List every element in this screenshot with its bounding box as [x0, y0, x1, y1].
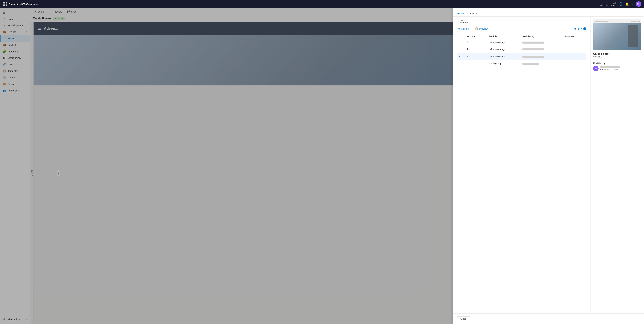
table-row[interactable]: 0 47 days ago	[457, 60, 586, 67]
row-check-2	[457, 46, 465, 53]
target-section: ⊙ Target Default	[457, 19, 586, 24]
sort-arrow: ↓	[476, 35, 477, 37]
target-radio-icon: ⊙	[457, 20, 459, 23]
preview-action-icon: 📋	[475, 27, 478, 30]
site-info: Site adventure works	[600, 2, 616, 6]
row-check-1: ✔	[457, 53, 465, 60]
preview-thumb-banner	[593, 19, 641, 23]
col-modified-by: Modified by	[520, 34, 563, 39]
nav-placeholder2	[600, 20, 604, 22]
row-version-3: 3	[465, 39, 487, 46]
filter-sort-icons: ⚗ ↕ ∨ i	[574, 27, 586, 30]
version-table: Version ↓ Modified Modified by Comment	[457, 34, 586, 67]
preview-info: Caleb Foster Version 1	[593, 52, 641, 58]
sort-down-icon[interactable]: ∨	[580, 28, 582, 30]
row-modified-1: 34 minutes ago	[487, 53, 520, 60]
modified-by-row: N 6/15/2022, 2:07 PM	[593, 66, 641, 71]
preview-action-button[interactable]: 📋 Preview	[474, 26, 489, 31]
row-comment-1	[563, 53, 586, 60]
modified-by-placeholder	[522, 48, 544, 50]
modified-by-placeholder	[522, 41, 544, 43]
col-modified: Modified	[487, 34, 520, 39]
tab-version[interactable]: Version	[457, 11, 466, 16]
nav-right2	[634, 20, 638, 22]
preview-page-name: Caleb Foster	[593, 52, 641, 55]
top-nav-right: Site adventure works 🌐 🔔 ? NH	[600, 1, 641, 7]
modal-overlay: Version history × Version Activity ⊙ Tar…	[0, 0, 644, 324]
modifier-date: 6/15/2022, 2:07 PM	[600, 68, 620, 71]
nav-placeholder	[595, 20, 600, 22]
preview-thumbnail	[593, 19, 641, 50]
row-version-2: 2	[465, 46, 487, 53]
nav-right1	[631, 20, 634, 22]
row-version-1: 1	[465, 53, 487, 60]
modal-sidebar: Caleb Foster Version 1 Modified by N 6/1…	[590, 16, 644, 314]
help-icon[interactable]: ?	[632, 2, 633, 6]
row-modified-by-1	[520, 53, 563, 60]
modified-by-label: Modified by	[593, 62, 641, 64]
col-comment: Comment	[563, 34, 586, 39]
filter-icon[interactable]: ⚗	[574, 27, 576, 30]
user-avatar[interactable]: NH	[636, 1, 641, 7]
version-history-modal: Version history × Version Activity ⊙ Tar…	[453, 0, 644, 324]
modal-spacer	[0, 0, 453, 324]
site-name: adventure works	[600, 4, 616, 6]
col-version[interactable]: Version ↓	[465, 34, 487, 39]
row-modified-by-2	[520, 46, 563, 53]
table-row[interactable]: 3 33 minutes ago	[457, 39, 586, 46]
row-comment-0	[563, 60, 586, 67]
modal-main: ⊙ Target Default ↺ Restore 📋 Preview	[453, 16, 590, 314]
nav-right3	[638, 20, 640, 22]
person-silhouette	[628, 25, 638, 47]
top-nav: Dynamics 365 Commerce Site adventure wor…	[0, 0, 644, 8]
modal-footer: Close	[453, 314, 644, 324]
modal-actions: ↺ Restore 📋 Preview ⚗ ↕ ∨ i	[457, 26, 586, 31]
table-row[interactable]: 2 34 minutes ago	[457, 46, 586, 53]
row-version-0: 0	[465, 60, 487, 67]
notification-icon[interactable]: 🔔	[625, 2, 629, 6]
preview-version: Version 1	[593, 55, 641, 58]
row-check-0	[457, 60, 465, 67]
site-label: Site	[613, 2, 616, 4]
sort-icon[interactable]: ↕	[578, 27, 579, 30]
row-comment-2	[563, 46, 586, 53]
row-modified-2: 34 minutes ago	[487, 46, 520, 53]
row-comment-3	[563, 39, 586, 46]
tab-activity[interactable]: Activity	[470, 11, 477, 16]
table-row-selected[interactable]: ✔ 1 34 minutes ago	[457, 53, 586, 60]
modified-by-placeholder	[522, 63, 539, 65]
col-check	[457, 34, 465, 39]
restore-icon: ↺	[458, 27, 460, 30]
apps-grid-icon[interactable]	[3, 2, 7, 6]
modifier-avatar: N	[593, 66, 598, 71]
target-info: Target Default	[460, 19, 468, 24]
modal-tabs: Version Activity	[453, 11, 644, 16]
row-modified-by-3	[520, 39, 563, 46]
nav-placeholder3	[604, 20, 608, 22]
restore-button[interactable]: ↺ Restore	[457, 26, 471, 31]
row-modified-by-0	[520, 60, 563, 67]
info-icon[interactable]: i	[583, 27, 586, 30]
modifier-name-placeholder	[600, 66, 620, 68]
row-check-3	[457, 39, 465, 46]
app-title: Dynamics 365 Commerce	[9, 3, 598, 5]
close-button[interactable]: Close	[457, 316, 470, 321]
modal-body: ⊙ Target Default ↺ Restore 📋 Preview	[453, 16, 644, 314]
modified-by-placeholder	[522, 56, 544, 58]
target-label: Target	[460, 19, 468, 21]
preview-thumb-image	[593, 23, 641, 50]
globe-icon[interactable]: 🌐	[619, 2, 622, 6]
row-modified-0: 47 days ago	[487, 60, 520, 67]
row-modified-3: 33 minutes ago	[487, 39, 520, 46]
check-mark-icon: ✔	[459, 55, 461, 58]
modifier-info: 6/15/2022, 2:07 PM	[600, 66, 620, 71]
modified-by-section: Modified by N 6/15/2022, 2:07 PM	[593, 61, 641, 71]
target-value: Default	[460, 21, 468, 24]
